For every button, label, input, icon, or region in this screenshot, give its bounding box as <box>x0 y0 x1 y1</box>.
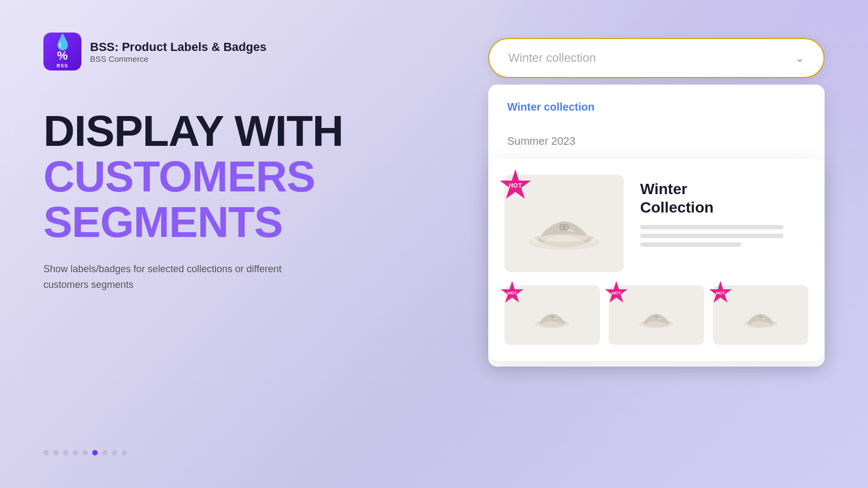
sandal-thumb-2 <box>635 299 678 331</box>
dot-7[interactable] <box>102 450 107 455</box>
product-main-section: HOT <box>505 175 808 272</box>
hot-badge-thumb-1: HOT <box>500 281 524 305</box>
dropdown-menu: Winter collection Summer 2023 HOT <box>488 85 825 367</box>
svg-rect-8 <box>654 316 659 318</box>
right-section: Winter collection ⌄ Winter collection Su… <box>488 38 825 375</box>
app-title: BSS: Product Labels & Badges <box>90 40 266 54</box>
dot-5[interactable] <box>82 450 88 455</box>
hot-badge-thumb-2: HOT <box>604 281 628 305</box>
product-thumbnail-grid: HOT HOT <box>505 285 808 345</box>
sandal-thumb-1 <box>531 299 574 331</box>
product-thumb-2: HOT <box>609 285 704 345</box>
dot-6-active[interactable] <box>92 450 98 455</box>
headline-line1: DISPLAY WITH <box>43 108 380 154</box>
svg-point-4 <box>540 234 589 242</box>
dot-1[interactable] <box>43 450 49 455</box>
left-section: DISPLAY WITH CUSTOMERS SEGMENTS Show lab… <box>43 108 380 293</box>
dot-2[interactable] <box>53 450 59 455</box>
product-line-3 <box>640 242 741 247</box>
product-line-2 <box>640 234 783 238</box>
pagination-dots <box>43 450 127 455</box>
chevron-down-icon: ⌄ <box>795 52 805 65</box>
logo-percent: % <box>57 50 68 62</box>
product-title: Winter Collection <box>640 180 808 216</box>
logo-icon: 💧 % BSS <box>43 33 81 70</box>
dot-8[interactable] <box>112 450 117 455</box>
logo-text: BSS: Product Labels & Badges BSS Commerc… <box>90 40 266 63</box>
product-card: HOT <box>488 158 825 361</box>
logo-bss-label: BSS <box>56 63 68 68</box>
product-info: Winter Collection <box>640 175 808 272</box>
app-subtitle: BSS Commerce <box>90 54 266 63</box>
product-thumb-3: HOT <box>713 285 808 345</box>
dropdown-option-summer[interactable]: Summer 2023 <box>488 124 825 158</box>
dropdown-option-winter[interactable]: Winter collection <box>488 90 825 124</box>
hero-description: Show labels/badges for selected collecti… <box>43 261 304 293</box>
svg-rect-6 <box>550 316 554 318</box>
dot-3[interactable] <box>63 450 68 455</box>
logo-drop: 💧 <box>53 35 72 50</box>
sandal-thumb-3 <box>739 299 782 331</box>
dropdown-container: Winter collection ⌄ <box>488 38 825 78</box>
headline-line2: CUSTOMERS <box>43 154 380 200</box>
product-image-large: HOT <box>505 175 624 272</box>
sandal-illustration-large <box>521 191 608 256</box>
dropdown-placeholder: Winter collection <box>508 51 596 65</box>
dot-4[interactable] <box>73 450 78 455</box>
product-thumb-1: HOT <box>505 285 600 345</box>
collection-dropdown[interactable]: Winter collection ⌄ <box>488 38 825 78</box>
svg-rect-10 <box>758 316 763 318</box>
hot-badge-thumb-3: HOT <box>709 281 732 305</box>
dot-9[interactable] <box>122 450 127 455</box>
product-line-1 <box>640 225 783 229</box>
headline-line3: SEGMENTS <box>43 200 380 245</box>
